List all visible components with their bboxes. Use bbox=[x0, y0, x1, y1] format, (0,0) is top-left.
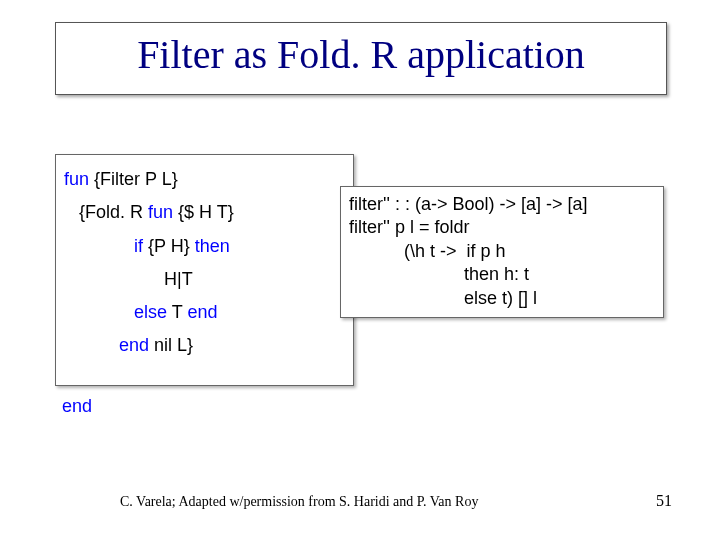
footer-credit: C. Varela; Adapted w/permission from S. … bbox=[120, 494, 478, 510]
slide: Filter as Fold. R application fun {Filte… bbox=[0, 0, 720, 540]
oz-end-keyword: end bbox=[62, 396, 92, 417]
oz-code-box: fun {Filter P L} {Fold. R fun {$ H T} if… bbox=[55, 154, 354, 386]
haskell-code: filter'' : : (a-> Bool) -> [a] -> [a] fi… bbox=[349, 193, 587, 310]
oz-code: fun {Filter P L} {Fold. R fun {$ H T} if… bbox=[64, 163, 234, 363]
slide-title: Filter as Fold. R application bbox=[137, 32, 585, 77]
title-box: Filter as Fold. R application bbox=[55, 22, 667, 95]
page-number: 51 bbox=[656, 492, 672, 510]
haskell-code-box: filter'' : : (a-> Bool) -> [a] -> [a] fi… bbox=[340, 186, 664, 318]
